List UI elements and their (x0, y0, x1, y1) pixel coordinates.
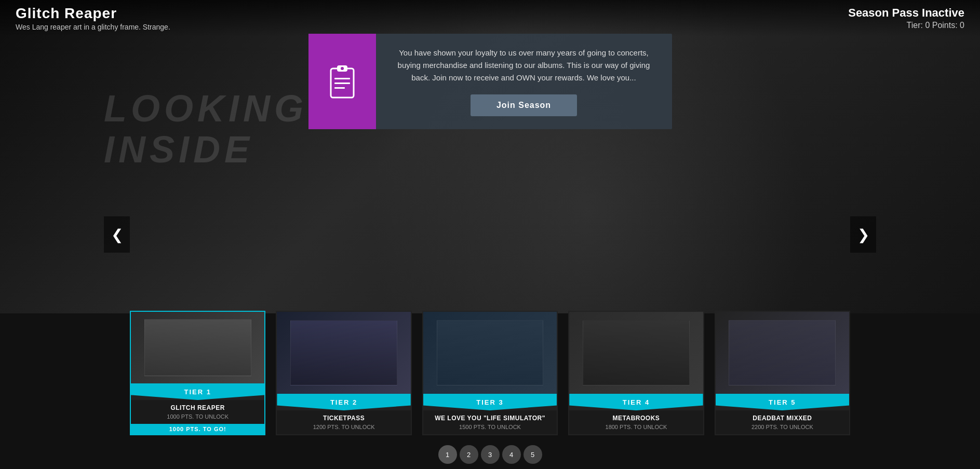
card-info-2: TICKETPASS 1200 PTS. TO UNLOCK (277, 410, 410, 434)
tier-ribbon-3: TIER 3 (423, 394, 557, 410)
app-subtitle: Wes Lang reaper art in a glitchy frame. … (16, 23, 170, 31)
card-pts-2: 1200 PTS. TO UNLOCK (282, 424, 405, 430)
page-dot-2[interactable]: 2 (460, 445, 478, 464)
tier-ribbon-2: TIER 2 (277, 394, 410, 410)
season-pass-details: Tier: 0 Points: 0 (848, 21, 964, 30)
tier-ribbon-4: TIER 4 (569, 394, 703, 410)
season-pass-label: Season Pass Inactive (848, 6, 964, 20)
card-pts-1: 1000 PTS. TO UNLOCK (136, 413, 259, 420)
svg-rect-4 (334, 87, 345, 89)
promo-box: You have shown your loyalty to us over m… (308, 34, 672, 129)
app-header: Glitch Reaper Wes Lang reaper art in a g… (16, 5, 170, 31)
card-thumbnail-5 (729, 320, 836, 385)
card-image-1 (131, 312, 264, 383)
card-name-2: TICKETPASS (282, 415, 405, 422)
tier-ribbon-1: TIER 1 (131, 383, 264, 400)
tier-card-4[interactable]: TIER 4 METABROOKS 1800 PTS. TO UNLOCK (568, 311, 704, 435)
card-name-1: GLITCH REAPER (136, 404, 259, 411)
card-image-2 (277, 312, 410, 394)
page-dot-1[interactable]: 1 (438, 445, 457, 464)
card-name-4: METABROOKS (574, 415, 697, 422)
join-season-button[interactable]: Join Season (471, 94, 577, 116)
prev-arrow-button[interactable]: ❮ (104, 216, 130, 253)
card-info-5: DEADBAT MIXXED 2200 PTS. TO UNLOCK (716, 410, 849, 434)
page-dot-5[interactable]: 5 (523, 445, 542, 464)
card-image-3 (423, 312, 557, 394)
card-name-5: DEADBAT MIXXED (721, 415, 844, 422)
app-title: Glitch Reaper (16, 5, 170, 22)
tier-ribbon-5: TIER 5 (716, 394, 849, 410)
svg-point-5 (341, 67, 344, 70)
card-pts-5: 2200 PTS. TO UNLOCK (721, 424, 844, 430)
promo-icon-panel (308, 34, 376, 129)
season-pass-info: Season Pass Inactive Tier: 0 Points: 0 (848, 6, 964, 30)
card-progress-1: 1000 PTS. TO GO! (131, 424, 264, 434)
card-image-4 (569, 312, 703, 394)
card-thumbnail-4 (583, 320, 690, 385)
promo-content: You have shown your loyalty to us over m… (376, 34, 672, 129)
clipboard-icon (327, 63, 358, 100)
card-pts-4: 1800 PTS. TO UNLOCK (574, 424, 697, 430)
card-thumbnail-2 (290, 320, 397, 385)
cards-carousel: TIER 1 GLITCH REAPER 1000 PTS. TO UNLOCK… (0, 306, 980, 440)
card-name-3: WE LOVE YOU "LIFE SIMULATOR" (428, 415, 552, 422)
tier-card-2[interactable]: TIER 2 TICKETPASS 1200 PTS. TO UNLOCK (276, 311, 411, 435)
next-arrow-button[interactable]: ❯ (850, 216, 876, 253)
right-arrow-icon: ❯ (857, 226, 869, 243)
card-image-5 (716, 312, 849, 394)
svg-rect-3 (334, 82, 350, 84)
left-arrow-icon: ❮ (111, 226, 123, 243)
card-thumbnail-3 (437, 320, 544, 385)
svg-rect-2 (334, 78, 350, 79)
page-dot-3[interactable]: 3 (481, 445, 500, 464)
tier-card-1[interactable]: TIER 1 GLITCH REAPER 1000 PTS. TO UNLOCK… (130, 311, 265, 435)
pagination-bar: 1 2 3 4 5 (0, 445, 980, 464)
top-bar: Glitch Reaper Wes Lang reaper art in a g… (0, 0, 980, 36)
card-info-4: METABROOKS 1800 PTS. TO UNLOCK (569, 410, 703, 434)
tier-card-5[interactable]: TIER 5 DEADBAT MIXXED 2200 PTS. TO UNLOC… (715, 311, 850, 435)
card-info-1: GLITCH REAPER 1000 PTS. TO UNLOCK (131, 400, 264, 424)
card-info-3: WE LOVE YOU "LIFE SIMULATOR" 1500 PTS. T… (423, 410, 557, 434)
looking-inside-overlay: LOOKINGINSIDE (104, 88, 307, 170)
card-pts-3: 1500 PTS. TO UNLOCK (428, 424, 552, 430)
page-dot-4[interactable]: 4 (502, 445, 521, 464)
promo-text: You have shown your loyalty to us over m… (392, 47, 656, 84)
tier-card-3[interactable]: TIER 3 WE LOVE YOU "LIFE SIMULATOR" 1500… (422, 311, 558, 435)
card-thumbnail-1 (144, 319, 251, 376)
